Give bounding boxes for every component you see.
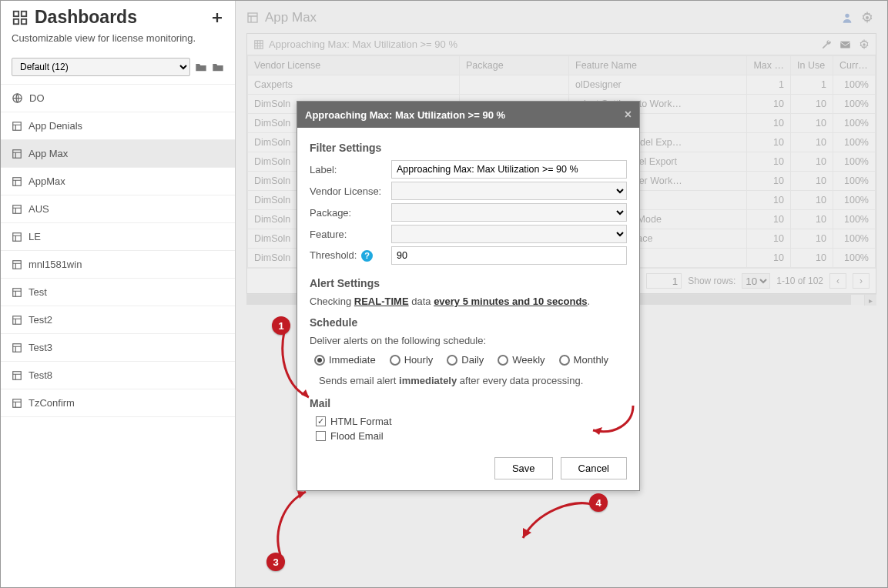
svg-rect-6 [13,149,22,158]
schedule-radio-weekly[interactable]: Weekly [498,354,545,366]
schedule-radio-immediate[interactable]: Immediate [314,354,376,366]
sidebar-item[interactable]: LE [1,222,235,250]
sidebar-item[interactable]: Test8 [1,361,235,389]
sidebar-item[interactable]: mnl1581win [1,250,235,278]
annotation-badge-1: 1 [272,316,290,335]
package-select[interactable] [391,203,627,222]
sidebar-item-label: AppMax [28,175,65,187]
close-icon[interactable]: × [625,108,632,122]
modal-header[interactable]: Approaching Max: Max Utilization >= 90 %… [297,102,639,128]
svg-rect-3 [22,18,26,23]
feature-select[interactable] [391,225,627,243]
folder-icon-2[interactable] [212,62,224,72]
flood-email-checkbox[interactable]: Flood Email [316,430,627,442]
label-label: Label: [310,164,391,175]
sidebar-item[interactable]: App Max [1,139,235,167]
cancel-button[interactable]: Cancel [561,457,627,479]
sidebar-item[interactable]: App Denials [1,112,235,139]
svg-rect-12 [13,316,22,324]
dashboard-icon [12,287,22,298]
dashboard-icon [12,398,22,409]
sidebar: Dashboards Customizable view for license… [1,1,236,587]
filter-modal: Approaching Max: Max Utilization >= 90 %… [297,101,640,491]
sidebar-item-label: mnl1581win [28,259,82,270]
sidebar-item[interactable]: DO [1,84,235,112]
sidebar-item-label: App Denials [28,120,82,132]
sidebar-item[interactable]: Test3 [1,333,235,361]
annotation-badge-4: 4 [589,493,608,512]
dashboard-icon [12,149,22,159]
sidebar-item[interactable]: AppMax [1,167,235,195]
svg-rect-5 [13,122,22,130]
svg-rect-1 [22,11,26,15]
label-input[interactable] [391,160,627,179]
help-icon[interactable]: ? [361,250,373,262]
sidebar-item-label: Test [28,286,47,298]
svg-rect-13 [13,343,22,352]
schedule-radios: ImmediateHourlyDailyWeeklyMonthly [314,354,627,366]
sidebar-item-label: TzConfirm [28,397,75,409]
sidebar-item[interactable]: AUS [1,195,235,222]
svg-rect-15 [13,399,22,407]
dashboard-icon [12,259,22,270]
dashboards-icon [12,9,28,26]
sidebar-title-text: Dashboards [35,7,137,28]
sidebar-item[interactable]: Test2 [1,306,235,333]
alert-checking-line: Checking REAL-TIME data every 5 minutes … [310,296,627,307]
schedule-desc: Deliver alerts on the following schedule… [310,335,627,346]
dashboard-icon [12,176,22,187]
modal-title: Approaching Max: Max Utilization >= 90 % [305,109,505,121]
svg-rect-14 [13,371,22,379]
save-button[interactable]: Save [494,457,553,479]
dashboard-icon [12,204,22,215]
svg-rect-10 [13,260,22,269]
threshold-input[interactable] [391,246,627,265]
svg-rect-8 [13,205,22,213]
schedule-radio-monthly[interactable]: Monthly [559,354,609,366]
sidebar-list: DOApp DenialsApp MaxAppMaxAUSLEmnl1581wi… [1,84,235,587]
sidebar-item[interactable]: Test [1,278,235,306]
package-label: Package: [310,207,391,219]
sidebar-title: Dashboards [12,7,137,28]
sidebar-item-label: Test8 [28,369,52,381]
folder-icon[interactable] [195,62,207,72]
svg-rect-9 [13,232,22,241]
feature-label: Feature: [310,229,391,240]
dashboard-select[interactable]: Default (12) [12,58,190,76]
dashboard-icon [12,342,22,353]
schedule-radio-hourly[interactable]: Hourly [390,354,434,366]
sidebar-item-label: AUS [28,203,49,215]
add-dashboard-button[interactable] [210,11,224,25]
sidebar-item-label: App Max [28,148,68,159]
vendor-label: Vendor License: [310,185,391,197]
schedule-note: Sends email alert immediately after ever… [319,375,627,386]
sidebar-subtitle: Customizable view for license monitoring… [1,31,235,55]
svg-rect-7 [13,177,22,185]
filter-settings-heading: Filter Settings [310,142,627,154]
schedule-heading: Schedule [310,316,627,329]
globe-icon [12,92,23,104]
schedule-radio-daily[interactable]: Daily [447,354,484,366]
svg-rect-11 [13,288,22,296]
dashboard-icon [12,370,22,381]
mail-heading: Mail [310,397,627,409]
annotation-badge-3: 3 [266,553,285,571]
html-format-checkbox[interactable]: ✓HTML Format [316,416,627,427]
vendor-select[interactable] [391,182,627,200]
dashboard-icon [12,232,22,242]
sidebar-item[interactable]: TzConfirm [1,389,235,417]
sidebar-item-label: LE [28,231,41,242]
alert-settings-heading: Alert Settings [310,277,627,289]
threshold-label: Threshold: ? [310,249,391,262]
sidebar-item-label: Test2 [28,314,52,326]
sidebar-item-label: Test3 [28,342,52,353]
sidebar-item-label: DO [29,92,45,104]
dashboard-icon [12,121,22,132]
svg-rect-0 [14,11,18,15]
svg-rect-2 [14,18,18,23]
dashboard-icon [12,315,22,326]
